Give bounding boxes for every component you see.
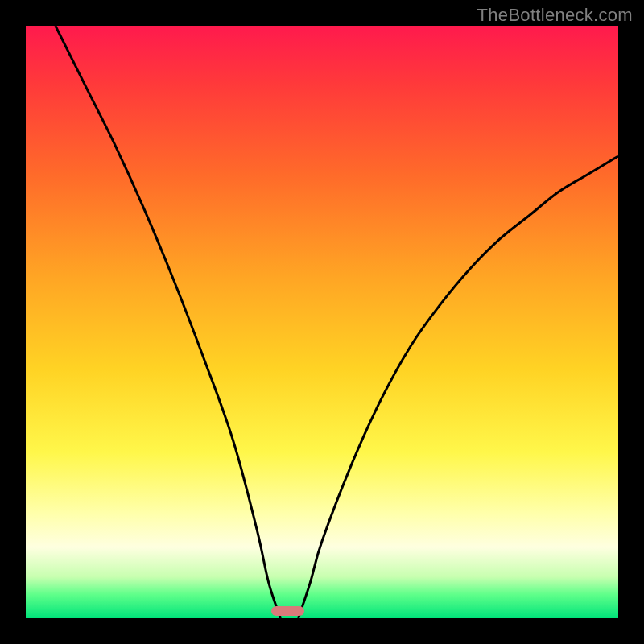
- left-curve: [56, 26, 281, 618]
- plot-area: [26, 26, 618, 618]
- watermark-text: TheBottleneck.com: [477, 5, 633, 26]
- chart-frame: TheBottleneck.com: [0, 0, 644, 644]
- curves-svg: [26, 26, 618, 618]
- right-curve: [299, 156, 618, 618]
- optimum-marker: [271, 606, 303, 616]
